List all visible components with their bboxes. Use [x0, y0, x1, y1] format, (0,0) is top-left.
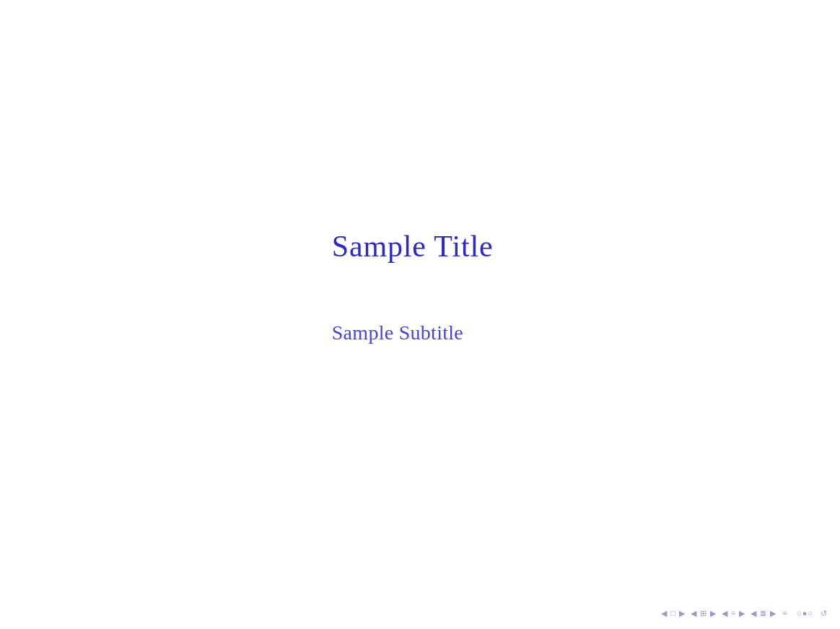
nav-subsection-prev-right-icon[interactable]: ▶	[738, 608, 746, 619]
nav-next-icon[interactable]: ▶	[678, 608, 686, 619]
nav-section-prev-left-icon[interactable]: ◀	[689, 608, 698, 619]
align-button[interactable]: ≡	[780, 607, 789, 620]
nav-subsection-icon[interactable]: ≡	[730, 608, 737, 618]
nav-group-list: ◀ ≣ ▶	[749, 608, 777, 619]
nav-subsection-prev-left-icon[interactable]: ◀	[720, 608, 729, 619]
nav-list-prev-right-icon[interactable]: ▶	[769, 608, 777, 619]
nav-frame-icon[interactable]: □	[669, 608, 677, 618]
nav-group-section-next: ◀ ≡ ▶	[720, 608, 746, 619]
nav-group-frame: ◀ □ ▶	[660, 608, 686, 619]
nav-group-section-prev: ◀ ⊞ ▶	[689, 608, 717, 619]
nav-section-prev-right-icon[interactable]: ▶	[709, 608, 717, 619]
nav-list-icon[interactable]: ≣	[758, 608, 768, 619]
nav-section-frame-icon[interactable]: ⊞	[699, 608, 708, 619]
zoom-indicator[interactable]: ○●○	[792, 609, 818, 617]
nav-list-prev-left-icon[interactable]: ◀	[749, 608, 758, 619]
slide-content: Sample Title Sample Subtitle	[0, 0, 840, 602]
nav-prev-icon[interactable]: ◀	[660, 608, 668, 619]
slide-container: Sample Title Sample Subtitle ◀ □ ▶ ◀ ⊞ ▶…	[0, 0, 840, 629]
slide-title: Sample Title	[332, 229, 494, 264]
bottom-toolbar: ◀ □ ▶ ◀ ⊞ ▶ ◀ ≡ ▶ ◀ ≣ ▶ ≡ ○●○ ↺	[0, 602, 840, 629]
slide-subtitle: Sample Subtitle	[332, 321, 463, 344]
refresh-button[interactable]: ↺	[821, 609, 827, 618]
